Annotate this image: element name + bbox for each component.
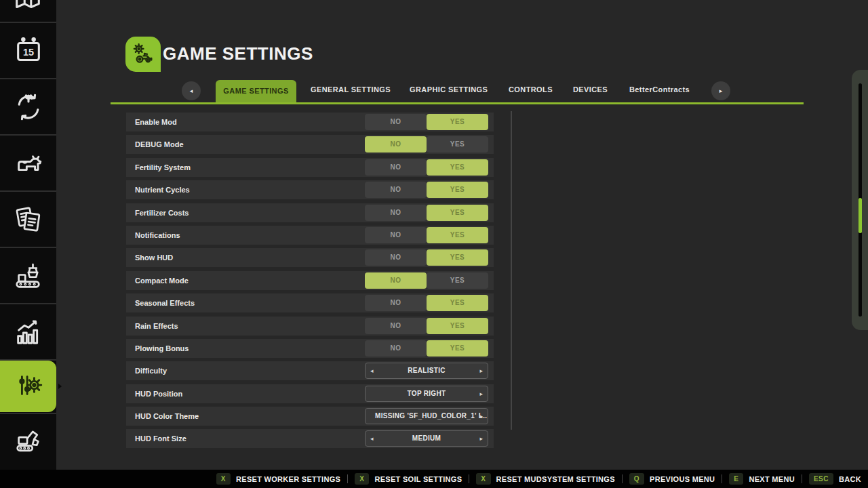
selector-control[interactable]: MISSING 'SF_HUD_COLOR_1' L..▸ <box>365 408 488 424</box>
production-icon <box>13 260 44 291</box>
toggle-option-yes[interactable]: YES <box>427 227 488 243</box>
key-badge: X <box>355 473 369 485</box>
sidebar-item-contracts[interactable] <box>0 192 56 247</box>
key-badge: X <box>476 473 490 485</box>
shortcut-label: RESET MUDSYSTEM SETTINGS <box>496 475 615 483</box>
toggle-option-no[interactable]: NO <box>365 159 427 176</box>
selector-next-icon[interactable]: ▸ <box>479 386 483 401</box>
toggle-control: NOYES <box>365 340 488 357</box>
toggle-option-yes[interactable]: YES <box>427 272 488 289</box>
setting-label: DEBUG Mode <box>135 135 184 154</box>
sidebar-item-statistics[interactable] <box>0 304 56 359</box>
game-settings-app-icon <box>125 37 161 72</box>
tab-devices[interactable]: DEVICES <box>573 85 608 94</box>
tab-bettercontracts[interactable]: BetterContracts <box>629 85 690 94</box>
setting-label: Fertilizer Costs <box>135 203 189 222</box>
selector-control[interactable]: ◂REALISTIC▸ <box>365 363 488 379</box>
tab-general-settings[interactable]: GENERAL SETTINGS <box>311 85 391 94</box>
toggle-option-yes[interactable]: YES <box>427 114 488 130</box>
tab-game-settings[interactable]: GAME SETTINGS <box>216 80 296 102</box>
sidebar: 15 <box>0 0 56 470</box>
toggle-option-no[interactable]: NO <box>365 318 427 334</box>
shortcut-label: BACK <box>839 475 861 483</box>
toggle-option-yes[interactable]: YES <box>427 136 488 152</box>
tabs-scroll-right-button[interactable]: ▸ <box>711 81 730 100</box>
shortcut-reset-soil-settings[interactable]: XRESET SOIL SETTINGS <box>355 473 462 485</box>
toggle-option-no[interactable]: NO <box>365 249 427 266</box>
shortcut-label: RESET WORKER SETTINGS <box>236 475 340 483</box>
toggle-control: NOYES <box>365 205 488 221</box>
scrollbar <box>852 70 868 330</box>
toggle-option-yes[interactable]: YES <box>427 295 488 311</box>
settings-sliders-gear-icon <box>13 371 44 402</box>
key-badge: ESC <box>809 473 833 485</box>
setting-label: Compact Mode <box>135 271 189 290</box>
toggle-option-yes[interactable]: YES <box>427 318 488 334</box>
sidebar-item-calendar[interactable]: 15 <box>0 23 56 78</box>
selector-control[interactable]: TOP RIGHT▸ <box>365 386 488 402</box>
shortcut-previous-menu[interactable]: QPREVIOUS MENU <box>629 473 715 485</box>
tractor-gear-icon <box>130 41 157 68</box>
toggle-option-no[interactable]: NO <box>365 205 427 221</box>
sidebar-item-production[interactable] <box>0 248 56 303</box>
scrollbar-thumb[interactable] <box>859 198 862 233</box>
key-badge: E <box>729 473 743 485</box>
selector-prev-icon[interactable]: ◂ <box>370 431 374 446</box>
selector-next-icon[interactable]: ▸ <box>479 409 483 424</box>
toggle-option-yes[interactable]: YES <box>427 205 488 221</box>
setting-label: Enable Mod <box>135 113 177 131</box>
setting-row-hud-position: HUD PositionTOP RIGHT▸ <box>126 384 494 403</box>
shortcut-separator <box>469 474 469 483</box>
toggle-option-no[interactable]: NO <box>365 136 427 152</box>
sidebar-item-construction[interactable] <box>0 414 56 466</box>
shortcut-label: NEXT MENU <box>749 475 794 483</box>
setting-label: Show HUD <box>135 248 173 267</box>
toggle-option-yes[interactable]: YES <box>427 159 488 176</box>
toggle-control: NOYES <box>365 114 488 130</box>
setting-label: Seasonal Effects <box>135 293 195 312</box>
tab-controls[interactable]: CONTROLS <box>509 85 553 94</box>
toggle-option-yes[interactable]: YES <box>427 182 488 198</box>
shortcut-reset-mudsystem-settings[interactable]: XRESET MUDSYSTEM SETTINGS <box>476 473 614 485</box>
sidebar-item-crop-rotation[interactable] <box>0 79 56 134</box>
setting-label: Fertility System <box>135 158 191 177</box>
setting-row-seasonal-effects: Seasonal EffectsNOYES <box>126 293 494 312</box>
setting-row-fertilizer-costs: Fertilizer CostsNOYES <box>126 203 494 222</box>
toggle-option-yes[interactable]: YES <box>427 249 488 266</box>
selector-control[interactable]: ◂MEDIUM▸ <box>365 430 488 447</box>
toggle-option-no[interactable]: NO <box>365 295 427 311</box>
toggle-option-no[interactable]: NO <box>365 340 427 357</box>
shortcut-separator <box>347 474 348 483</box>
toggle-option-no[interactable]: NO <box>365 227 427 243</box>
setting-row-show-hud: Show HUDNOYES <box>126 248 494 267</box>
setting-row-difficulty: Difficulty◂REALISTIC▸ <box>126 361 494 380</box>
toggle-option-no[interactable]: NO <box>365 272 427 289</box>
setting-row-debug-mode: DEBUG ModeNOYES <box>126 135 494 154</box>
tabs-scroll-left-button[interactable]: ◂ <box>182 81 201 100</box>
chevron-right-icon: ▸ <box>719 87 723 94</box>
toggle-option-no[interactable]: NO <box>365 114 427 130</box>
selector-value: REALISTIC <box>366 363 488 378</box>
setting-row-enable-mod: Enable ModNOYES <box>126 113 494 131</box>
selector-value: MISSING 'SF_HUD_COLOR_1' L.. <box>366 409 488 424</box>
shortcut-reset-worker-settings[interactable]: XRESET WORKER SETTINGS <box>216 473 340 485</box>
sidebar-item-animals[interactable] <box>0 136 56 190</box>
toggle-option-yes[interactable]: YES <box>427 340 488 357</box>
selector-next-icon[interactable]: ▸ <box>479 363 483 378</box>
content-divider <box>511 111 512 430</box>
toggle-control: NOYES <box>365 272 488 289</box>
sidebar-item-settings[interactable] <box>0 361 56 412</box>
toggle-option-no[interactable]: NO <box>365 182 427 198</box>
map-icon <box>12 0 43 15</box>
crop-rotation-icon <box>13 92 44 123</box>
sidebar-item-map[interactable] <box>0 0 56 22</box>
shortcut-back[interactable]: ESCBACK <box>809 473 861 485</box>
tab-graphic-settings[interactable]: GRAPHIC SETTINGS <box>410 85 488 94</box>
shortcut-next-menu[interactable]: ENEXT MENU <box>729 473 795 485</box>
shortcut-separator <box>722 474 722 483</box>
footer-shortcut-bar: XRESET WORKER SETTINGSXRESET SOIL SETTIN… <box>0 470 868 488</box>
selector-next-icon[interactable]: ▸ <box>479 431 483 446</box>
selector-prev-icon[interactable]: ◂ <box>370 363 374 378</box>
calendar-icon: 15 <box>13 35 44 66</box>
setting-label: HUD Position <box>135 384 182 403</box>
